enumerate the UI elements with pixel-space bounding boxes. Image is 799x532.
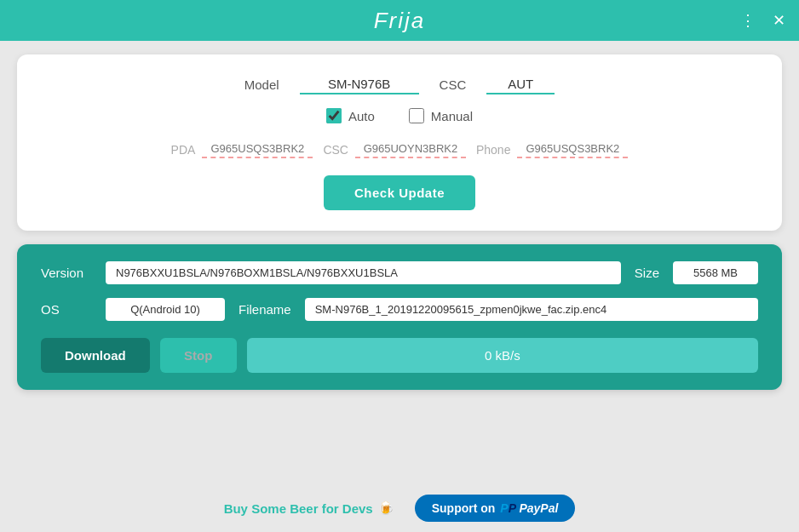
paypal-logo: PP PayPal bbox=[500, 501, 558, 515]
size-label: Size bbox=[635, 266, 659, 280]
version-label: Version bbox=[41, 266, 92, 280]
filename-label: Filename bbox=[239, 302, 291, 317]
paypal-support-text: Support on bbox=[432, 501, 496, 515]
bottom-card: Version N976BXXU1BSLA/N976BOXM1BSLA/N976… bbox=[17, 244, 782, 390]
os-label: OS bbox=[41, 302, 92, 317]
auto-checkbox-label[interactable]: Auto bbox=[326, 108, 375, 123]
manual-checkbox[interactable] bbox=[409, 108, 424, 123]
filename-value: SM-N976B_1_20191220095615_zpmen0jkwe_fac… bbox=[305, 298, 758, 321]
speed-display: 0 kB/s bbox=[247, 338, 758, 373]
version-value: N976BXXU1BSLA/N976BOXM1BSLA/N976BXXU1BSL… bbox=[106, 261, 621, 284]
csc-fw-field: CSC bbox=[323, 140, 466, 158]
download-button[interactable]: Download bbox=[41, 338, 150, 373]
paypal-button[interactable]: Support on PP PayPal bbox=[415, 495, 576, 522]
pda-input[interactable] bbox=[202, 140, 313, 158]
auto-checkbox[interactable] bbox=[326, 108, 342, 123]
action-row: Download Stop 0 kB/s bbox=[41, 338, 758, 373]
model-label: Model bbox=[244, 77, 279, 92]
size-value: 5568 MB bbox=[673, 261, 758, 284]
title-bar: Frija ⋮ ✕ bbox=[0, 0, 799, 41]
manual-checkbox-label[interactable]: Manual bbox=[409, 108, 473, 123]
stop-button[interactable]: Stop bbox=[160, 338, 237, 373]
beer-text: Buy Some Beer for Devs bbox=[224, 501, 373, 516]
manual-label: Manual bbox=[431, 109, 473, 123]
firmware-row: PDA CSC Phone bbox=[44, 140, 755, 158]
footer: Buy Some Beer for Devs 🍺 Support on PP P… bbox=[0, 488, 799, 532]
csc-fw-input[interactable] bbox=[355, 140, 466, 158]
window-controls: ⋮ ✕ bbox=[737, 9, 789, 31]
beer-emoji: 🍺 bbox=[378, 501, 394, 516]
phone-input[interactable] bbox=[517, 140, 628, 158]
check-update-button[interactable]: Check Update bbox=[324, 175, 475, 210]
menu-button[interactable]: ⋮ bbox=[737, 9, 759, 31]
csc-fw-label: CSC bbox=[323, 143, 348, 157]
version-size-row: Version N976BXXU1BSLA/N976BOXM1BSLA/N976… bbox=[41, 261, 758, 284]
auto-label: Auto bbox=[348, 109, 375, 123]
model-csc-row: Model CSC bbox=[44, 75, 755, 94]
beer-link[interactable]: Buy Some Beer for Devs 🍺 bbox=[224, 501, 394, 516]
pda-field: PDA bbox=[171, 140, 313, 158]
model-input[interactable] bbox=[300, 75, 419, 94]
phone-label: Phone bbox=[476, 143, 510, 157]
os-value: Q(Android 10) bbox=[106, 298, 225, 321]
pda-label: PDA bbox=[171, 143, 196, 157]
csc-input[interactable] bbox=[486, 75, 555, 94]
csc-label: CSC bbox=[440, 77, 467, 92]
os-filename-row: OS Q(Android 10) Filename SM-N976B_1_201… bbox=[41, 298, 758, 321]
top-card: Model CSC Auto Manual PDA CSC bbox=[17, 54, 782, 231]
close-button[interactable]: ✕ bbox=[769, 9, 789, 31]
app-title: Frija bbox=[374, 8, 426, 34]
auto-manual-row: Auto Manual bbox=[44, 108, 755, 123]
phone-field: Phone bbox=[476, 140, 628, 158]
main-content: Model CSC Auto Manual PDA CSC bbox=[0, 41, 799, 488]
